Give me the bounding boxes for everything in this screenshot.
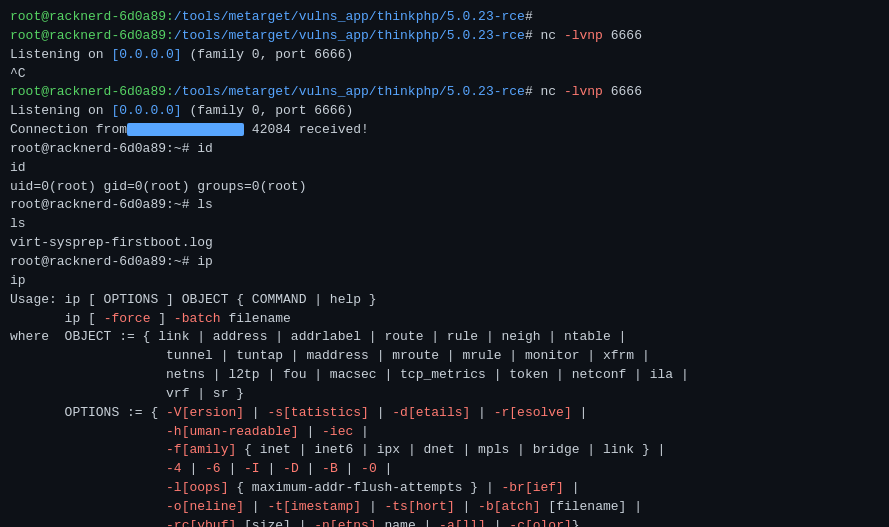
terminal-line: ^C (10, 65, 879, 84)
terminal-text (10, 424, 166, 439)
terminal-line: -o[neline] | -t[imestamp] | -ts[hort] | … (10, 498, 879, 517)
terminal-text: -0 (361, 461, 377, 476)
terminal-text: Connection from (10, 122, 127, 137)
terminal-text: -lvnp (564, 28, 603, 43)
terminal-line: Usage: ip [ OPTIONS ] OBJECT { COMMAND |… (10, 291, 879, 310)
terminal-text: -a[ll] (439, 518, 486, 527)
terminal-line: root@racknerd-6d0a89:~# ip (10, 253, 879, 272)
terminal-line: root@racknerd-6d0a89:/tools/metarget/vul… (10, 83, 879, 102)
terminal-text: [size] | (236, 518, 314, 527)
terminal-text: root@racknerd-6d0a89: (10, 84, 174, 99)
terminal-line: root@racknerd-6d0a89:/tools/metarget/vul… (10, 8, 879, 27)
terminal-text: ip [ (10, 311, 104, 326)
terminal-text: filename (221, 311, 291, 326)
terminal-line: ip (10, 272, 879, 291)
terminal-text: /tools/metarget/vulns_app/thinkphp/5.0.2… (174, 28, 525, 43)
terminal-text: name | (377, 518, 439, 527)
terminal-text: -B (322, 461, 338, 476)
terminal-text: virt-sysprep-firstboot.log (10, 235, 213, 250)
terminal-text: ^C (10, 66, 26, 81)
terminal-text: 42084 received! (244, 122, 369, 137)
terminal-line: vrf | sr } (10, 385, 879, 404)
terminal-line: uid=0(root) gid=0(root) groups=0(root) (10, 178, 879, 197)
terminal-text: { inet | inet6 | ipx | dnet | mpls | bri… (236, 442, 665, 457)
terminal-text: root@racknerd-6d0a89: (10, 28, 174, 43)
terminal-text (10, 499, 166, 514)
terminal-text: -br[ief] (502, 480, 564, 495)
terminal-line: -f[amily] { inet | inet6 | ipx | dnet | … (10, 441, 879, 460)
terminal-text: -n[etns] (314, 518, 376, 527)
terminal-text: | (353, 424, 369, 439)
terminal-text: | (377, 461, 393, 476)
terminal-text (10, 480, 166, 495)
terminal-text: | (470, 405, 493, 420)
terminal-text: # (525, 9, 533, 24)
terminal-text: } (572, 518, 580, 527)
terminal-text: -iec (322, 424, 353, 439)
terminal-text: | (221, 461, 244, 476)
terminal-line: netns | l2tp | fou | macsec | tcp_metric… (10, 366, 879, 385)
terminal-text: | (564, 480, 580, 495)
terminal-text: -batch (174, 311, 221, 326)
terminal-text: -b[atch] (478, 499, 540, 514)
terminal-text: | (361, 499, 384, 514)
terminal-text: -o[neline] (166, 499, 244, 514)
terminal-text: uid=0(root) gid=0(root) groups=0(root) (10, 179, 306, 194)
terminal-text: | (244, 405, 267, 420)
terminal-text: -r[esolve] (494, 405, 572, 420)
terminal-text: | (260, 461, 283, 476)
terminal-text (10, 461, 166, 476)
terminal-text: -6 (205, 461, 221, 476)
terminal-text: -l[oops] (166, 480, 228, 495)
terminal-text: -lvnp (564, 84, 603, 99)
terminal-text: vrf | sr } (10, 386, 244, 401)
terminal-line: root@racknerd-6d0a89:/tools/metarget/vul… (10, 27, 879, 46)
terminal-text: -force (104, 311, 151, 326)
terminal-text (10, 518, 166, 527)
terminal-line: ls (10, 215, 879, 234)
terminal-line: -4 | -6 | -I | -D | -B | -0 | (10, 460, 879, 479)
terminal-text: | (572, 405, 588, 420)
terminal-text: netns | l2tp | fou | macsec | tcp_metric… (10, 367, 689, 382)
terminal-text: root@racknerd-6d0a89:~# ls (10, 197, 213, 212)
terminal-text: root@racknerd-6d0a89:~# id (10, 141, 213, 156)
terminal-line: id (10, 159, 879, 178)
terminal-text: -c[olor] (509, 518, 571, 527)
terminal-text: # nc (525, 28, 564, 43)
terminal-text: where OBJECT := { link | address | addrl… (10, 329, 626, 344)
terminal-text: -D (283, 461, 299, 476)
terminal-text: -V[ersion] (166, 405, 244, 420)
terminal-line: -h[uman-readable] | -iec | (10, 423, 879, 442)
terminal-text: | (299, 424, 322, 439)
terminal-text: -s[tatistics] (267, 405, 368, 420)
terminal-text (10, 442, 166, 457)
terminal-text: | (338, 461, 361, 476)
terminal-line: virt-sysprep-firstboot.log (10, 234, 879, 253)
terminal-text: # nc (525, 84, 564, 99)
terminal-text: /tools/metarget/vulns_app/thinkphp/5.0.2… (174, 84, 525, 99)
terminal-text: -4 (166, 461, 182, 476)
terminal-text: root@racknerd-6d0a89: (10, 9, 174, 24)
terminal-text: | (369, 405, 392, 420)
terminal-text: -I (244, 461, 260, 476)
terminal-text: (family 0, port 6666) (182, 103, 354, 118)
terminal-text: Listening on (10, 103, 111, 118)
terminal-text: root@racknerd-6d0a89:~# ip (10, 254, 213, 269)
terminal-text: | (244, 499, 267, 514)
terminal-text: -d[etails] (392, 405, 470, 420)
terminal-text: 6666 (603, 84, 642, 99)
terminal-line: root@racknerd-6d0a89:~# id (10, 140, 879, 159)
terminal-line: Listening on [0.0.0.0] (family 0, port 6… (10, 46, 879, 65)
terminal-line: -rc[vbuf] [size] | -n[etns] name | -a[ll… (10, 517, 879, 527)
terminal-text: -t[imestamp] (267, 499, 361, 514)
terminal-text: [0.0.0.0] (111, 47, 181, 62)
terminal-text: id (10, 160, 26, 175)
terminal-text: ip (10, 273, 26, 288)
terminal-text: ls (10, 216, 26, 231)
terminal-text: 6666 (603, 28, 642, 43)
terminal-text: | (299, 461, 322, 476)
terminal-line: Listening on [0.0.0.0] (family 0, port 6… (10, 102, 879, 121)
terminal-text: | (455, 499, 478, 514)
terminal-text: [filename] | (541, 499, 642, 514)
terminal-line: root@racknerd-6d0a89:~# ls (10, 196, 879, 215)
